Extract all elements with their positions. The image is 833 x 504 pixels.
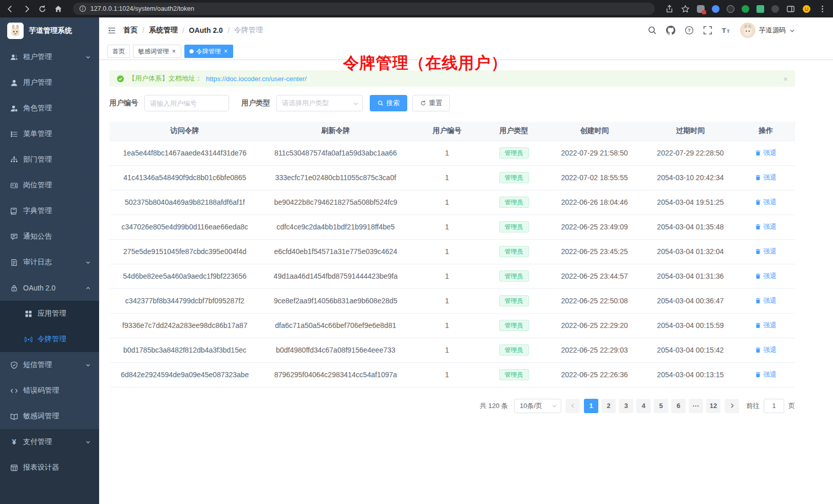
font-size-icon[interactable]: TT	[722, 26, 731, 35]
sidebar-item-dept[interactable]: 部门管理	[0, 147, 99, 172]
page-button[interactable]: 1	[584, 399, 598, 413]
force-logout-button[interactable]: 强退	[755, 345, 777, 355]
table-row: 275e5de9151045fe87cbdc395e004f4d e6cfd40…	[109, 239, 795, 264]
profile-avatar-icon[interactable]	[802, 5, 811, 13]
sidebar-item-menu[interactable]: 菜单管理	[0, 121, 99, 147]
extension-blue-icon[interactable]	[712, 5, 720, 13]
sidebar-item-oauth-app[interactable]: 应用管理	[0, 301, 99, 326]
page-button[interactable]: ···	[689, 399, 703, 413]
extension-green-icon[interactable]	[742, 5, 749, 13]
help-icon[interactable]: ?	[685, 26, 694, 35]
cell-actions: 强退	[736, 338, 795, 362]
sidebar-item-audit-log[interactable]: 审计日志	[0, 249, 99, 275]
force-logout-button[interactable]: 强退	[755, 222, 777, 231]
tab-token[interactable]: 令牌管理 ×	[184, 45, 233, 58]
breadcrumb-oauth[interactable]: OAuth 2.0	[189, 26, 223, 34]
sidebar-item-error-code[interactable]: 错误码管理	[0, 378, 99, 403]
page-size-select[interactable]: 10条/页	[514, 399, 561, 413]
sidebar-item-post[interactable]: 岗位管理	[0, 172, 99, 198]
page-button[interactable]: 12	[706, 399, 721, 413]
github-icon[interactable]	[666, 26, 675, 35]
search-icon	[377, 100, 384, 106]
user-menu[interactable]: 芋道源码	[740, 23, 795, 38]
sidebar-item-sms[interactable]: 短信管理	[0, 352, 99, 378]
page-button[interactable]: 5	[654, 399, 668, 413]
tab-home[interactable]: 首页	[107, 45, 130, 58]
vue-devtools-icon[interactable]	[756, 5, 764, 13]
reset-button[interactable]: 重置	[412, 95, 450, 111]
table-header-row: 访问令牌 刷新令牌 用户编号 用户类型 创建时间 过期时间 操作	[109, 122, 795, 141]
fullscreen-icon[interactable]	[703, 26, 712, 35]
sidebar-item-dict[interactable]: 字典管理	[0, 198, 99, 224]
bookmark-star-icon[interactable]	[681, 5, 690, 13]
extension-dark-icon[interactable]	[727, 5, 734, 13]
doc-link[interactable]: https://doc.iocoder.cn/user-center/	[206, 75, 307, 83]
sidebar-item-role[interactable]: 角色管理	[0, 95, 99, 121]
force-logout-button[interactable]: 强退	[755, 247, 777, 256]
browser-forward-icon[interactable]	[22, 5, 31, 13]
chevron-down-icon	[85, 260, 91, 265]
tab-sensitive-word[interactable]: 敏感词管理 ×	[133, 45, 181, 58]
user-type-badge: 管理员	[499, 344, 529, 356]
sidebar-item-oauth[interactable]: OAuth 2.0	[0, 275, 99, 301]
goto-page-input[interactable]	[764, 399, 784, 413]
cell-created-time: 2022-06-25 22:29:20	[545, 313, 645, 338]
share-icon[interactable]	[665, 5, 674, 13]
breadcrumb-home[interactable]: 首页	[123, 26, 138, 35]
cell-access-token: 275e5de9151045fe87cbdc395e004f4d	[109, 239, 260, 264]
cell-user-id: 1	[411, 313, 483, 338]
page-button[interactable]: 4	[636, 399, 651, 413]
sidebar-item-report-designer[interactable]: 报表设计器	[0, 455, 99, 480]
sidebar-item-label: 报表设计器	[23, 463, 59, 472]
sidebar-item-notice[interactable]: 通知公告	[0, 224, 99, 249]
user-type-badge: 管理员	[499, 147, 529, 159]
user-id-input[interactable]	[144, 95, 229, 111]
cell-created-time: 2022-06-26 18:04:46	[545, 190, 645, 215]
cell-access-token: 6d842e2924594de9a09e45e087323abe	[109, 362, 260, 387]
force-logout-button[interactable]: 强退	[755, 370, 777, 379]
browser-back-icon[interactable]	[6, 5, 15, 13]
url-bar[interactable]: 127.0.0.1:1024/system/oauth2/token	[73, 3, 655, 15]
app-logo-row[interactable]: 芋道管理系统	[0, 17, 99, 44]
next-page-button[interactable]	[725, 399, 739, 413]
page-button[interactable]: 3	[619, 399, 633, 413]
user-id-label: 用户编号	[109, 99, 138, 108]
breadcrumb-system[interactable]: 系统管理	[149, 26, 178, 35]
site-info-icon[interactable]	[79, 5, 86, 12]
page-button[interactable]: 6	[671, 399, 686, 413]
search-button[interactable]: 搜索	[370, 95, 407, 111]
page-button[interactable]: 2	[601, 399, 616, 413]
force-logout-button[interactable]: 强退	[755, 198, 777, 207]
user-type-badge: 管理员	[499, 246, 529, 257]
extension-badge-icon[interactable]	[697, 5, 705, 13]
user-type-select[interactable]: 请选择用户类型	[276, 95, 363, 111]
force-logout-button[interactable]: 强退	[755, 296, 777, 305]
extension-gray-icon[interactable]	[771, 5, 779, 13]
force-logout-button[interactable]: 强退	[755, 173, 777, 182]
browser-reload-icon[interactable]	[38, 5, 47, 13]
force-logout-button[interactable]: 强退	[755, 272, 777, 281]
sidebar-fold-icon[interactable]	[107, 26, 116, 35]
sidebar-item-user[interactable]: 用户管理	[0, 70, 99, 95]
sidebar-item-pay[interactable]: ¥ 支付管理	[0, 429, 99, 455]
user-type-badge: 管理员	[499, 320, 529, 331]
force-logout-button[interactable]: 强退	[755, 321, 777, 330]
sidebar-item-sensitive-word[interactable]: 敏感词管理	[0, 403, 99, 429]
close-icon[interactable]: ×	[783, 74, 788, 83]
sidebar-item-token[interactable]: 令牌管理	[0, 326, 99, 352]
side-panel-icon[interactable]	[786, 5, 795, 13]
cell-user-type: 管理员	[483, 190, 545, 215]
tab-close-icon[interactable]: ×	[223, 48, 228, 55]
search-icon[interactable]	[648, 26, 657, 35]
tab-close-icon[interactable]: ×	[172, 48, 176, 55]
app-logo	[7, 23, 24, 39]
prev-page-button[interactable]	[565, 399, 580, 413]
browser-menu-icon[interactable]	[818, 5, 827, 13]
sidebar-item-tenant[interactable]: 租户管理	[0, 44, 99, 70]
sidebar-item-label: 应用管理	[37, 309, 66, 318]
cell-user-id: 1	[411, 165, 483, 190]
browser-home-icon[interactable]	[54, 5, 63, 13]
cell-access-token: 54d6be82ee5a460a9aedc1f9bf223656	[109, 264, 260, 288]
force-logout-button[interactable]: 强退	[755, 148, 777, 158]
col-user-id: 用户编号	[411, 122, 483, 141]
